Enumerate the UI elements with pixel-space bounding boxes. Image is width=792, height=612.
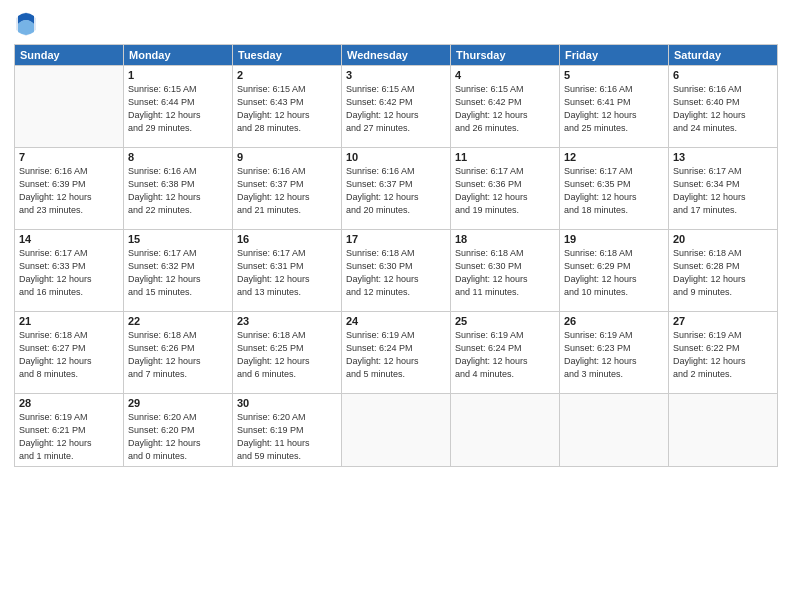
- calendar-cell: 28Sunrise: 6:19 AM Sunset: 6:21 PM Dayli…: [15, 394, 124, 467]
- calendar-table: SundayMondayTuesdayWednesdayThursdayFrid…: [14, 44, 778, 467]
- day-info: Sunrise: 6:15 AM Sunset: 6:43 PM Dayligh…: [237, 83, 337, 135]
- day-info: Sunrise: 6:19 AM Sunset: 6:24 PM Dayligh…: [346, 329, 446, 381]
- day-info: Sunrise: 6:17 AM Sunset: 6:35 PM Dayligh…: [564, 165, 664, 217]
- calendar-cell: 4Sunrise: 6:15 AM Sunset: 6:42 PM Daylig…: [451, 66, 560, 148]
- day-info: Sunrise: 6:15 AM Sunset: 6:42 PM Dayligh…: [455, 83, 555, 135]
- calendar-week-5: 28Sunrise: 6:19 AM Sunset: 6:21 PM Dayli…: [15, 394, 778, 467]
- day-number: 21: [19, 315, 119, 327]
- calendar-cell: [669, 394, 778, 467]
- calendar-cell: 2Sunrise: 6:15 AM Sunset: 6:43 PM Daylig…: [233, 66, 342, 148]
- day-number: 19: [564, 233, 664, 245]
- calendar-cell: 1Sunrise: 6:15 AM Sunset: 6:44 PM Daylig…: [124, 66, 233, 148]
- day-number: 13: [673, 151, 773, 163]
- calendar-week-3: 14Sunrise: 6:17 AM Sunset: 6:33 PM Dayli…: [15, 230, 778, 312]
- day-number: 6: [673, 69, 773, 81]
- day-number: 30: [237, 397, 337, 409]
- logo: [14, 10, 42, 38]
- calendar-cell: 21Sunrise: 6:18 AM Sunset: 6:27 PM Dayli…: [15, 312, 124, 394]
- header: [14, 10, 778, 38]
- calendar-week-4: 21Sunrise: 6:18 AM Sunset: 6:27 PM Dayli…: [15, 312, 778, 394]
- day-number: 17: [346, 233, 446, 245]
- day-number: 27: [673, 315, 773, 327]
- day-info: Sunrise: 6:15 AM Sunset: 6:42 PM Dayligh…: [346, 83, 446, 135]
- weekday-header-friday: Friday: [560, 45, 669, 66]
- calendar-cell: 12Sunrise: 6:17 AM Sunset: 6:35 PM Dayli…: [560, 148, 669, 230]
- day-info: Sunrise: 6:20 AM Sunset: 6:19 PM Dayligh…: [237, 411, 337, 463]
- day-number: 20: [673, 233, 773, 245]
- calendar-cell: 6Sunrise: 6:16 AM Sunset: 6:40 PM Daylig…: [669, 66, 778, 148]
- weekday-header-tuesday: Tuesday: [233, 45, 342, 66]
- day-number: 1: [128, 69, 228, 81]
- calendar-cell: 9Sunrise: 6:16 AM Sunset: 6:37 PM Daylig…: [233, 148, 342, 230]
- page: SundayMondayTuesdayWednesdayThursdayFrid…: [0, 0, 792, 612]
- weekday-header-wednesday: Wednesday: [342, 45, 451, 66]
- calendar-cell: 25Sunrise: 6:19 AM Sunset: 6:24 PM Dayli…: [451, 312, 560, 394]
- day-number: 8: [128, 151, 228, 163]
- day-info: Sunrise: 6:19 AM Sunset: 6:22 PM Dayligh…: [673, 329, 773, 381]
- day-number: 12: [564, 151, 664, 163]
- day-info: Sunrise: 6:16 AM Sunset: 6:39 PM Dayligh…: [19, 165, 119, 217]
- calendar-cell: 24Sunrise: 6:19 AM Sunset: 6:24 PM Dayli…: [342, 312, 451, 394]
- day-number: 18: [455, 233, 555, 245]
- calendar-cell: 17Sunrise: 6:18 AM Sunset: 6:30 PM Dayli…: [342, 230, 451, 312]
- calendar-cell: 16Sunrise: 6:17 AM Sunset: 6:31 PM Dayli…: [233, 230, 342, 312]
- day-info: Sunrise: 6:19 AM Sunset: 6:23 PM Dayligh…: [564, 329, 664, 381]
- calendar-cell: [560, 394, 669, 467]
- calendar-cell: 13Sunrise: 6:17 AM Sunset: 6:34 PM Dayli…: [669, 148, 778, 230]
- day-number: 2: [237, 69, 337, 81]
- calendar-cell: 29Sunrise: 6:20 AM Sunset: 6:20 PM Dayli…: [124, 394, 233, 467]
- calendar-cell: 22Sunrise: 6:18 AM Sunset: 6:26 PM Dayli…: [124, 312, 233, 394]
- calendar-header-row: SundayMondayTuesdayWednesdayThursdayFrid…: [15, 45, 778, 66]
- day-number: 25: [455, 315, 555, 327]
- day-info: Sunrise: 6:18 AM Sunset: 6:28 PM Dayligh…: [673, 247, 773, 299]
- calendar-cell: 10Sunrise: 6:16 AM Sunset: 6:37 PM Dayli…: [342, 148, 451, 230]
- weekday-header-saturday: Saturday: [669, 45, 778, 66]
- calendar-cell: 15Sunrise: 6:17 AM Sunset: 6:32 PM Dayli…: [124, 230, 233, 312]
- calendar-cell: 5Sunrise: 6:16 AM Sunset: 6:41 PM Daylig…: [560, 66, 669, 148]
- day-info: Sunrise: 6:18 AM Sunset: 6:30 PM Dayligh…: [346, 247, 446, 299]
- calendar-cell: [451, 394, 560, 467]
- day-info: Sunrise: 6:18 AM Sunset: 6:30 PM Dayligh…: [455, 247, 555, 299]
- day-info: Sunrise: 6:18 AM Sunset: 6:25 PM Dayligh…: [237, 329, 337, 381]
- day-info: Sunrise: 6:18 AM Sunset: 6:27 PM Dayligh…: [19, 329, 119, 381]
- calendar-cell: 23Sunrise: 6:18 AM Sunset: 6:25 PM Dayli…: [233, 312, 342, 394]
- calendar-cell: 30Sunrise: 6:20 AM Sunset: 6:19 PM Dayli…: [233, 394, 342, 467]
- day-number: 29: [128, 397, 228, 409]
- weekday-header-thursday: Thursday: [451, 45, 560, 66]
- weekday-header-sunday: Sunday: [15, 45, 124, 66]
- day-number: 3: [346, 69, 446, 81]
- day-number: 16: [237, 233, 337, 245]
- calendar-week-2: 7Sunrise: 6:16 AM Sunset: 6:39 PM Daylig…: [15, 148, 778, 230]
- day-number: 10: [346, 151, 446, 163]
- calendar-cell: 8Sunrise: 6:16 AM Sunset: 6:38 PM Daylig…: [124, 148, 233, 230]
- day-number: 14: [19, 233, 119, 245]
- day-info: Sunrise: 6:17 AM Sunset: 6:33 PM Dayligh…: [19, 247, 119, 299]
- day-number: 15: [128, 233, 228, 245]
- day-info: Sunrise: 6:16 AM Sunset: 6:37 PM Dayligh…: [346, 165, 446, 217]
- calendar-week-1: 1Sunrise: 6:15 AM Sunset: 6:44 PM Daylig…: [15, 66, 778, 148]
- day-number: 5: [564, 69, 664, 81]
- day-info: Sunrise: 6:17 AM Sunset: 6:31 PM Dayligh…: [237, 247, 337, 299]
- day-info: Sunrise: 6:17 AM Sunset: 6:36 PM Dayligh…: [455, 165, 555, 217]
- calendar-cell: 7Sunrise: 6:16 AM Sunset: 6:39 PM Daylig…: [15, 148, 124, 230]
- calendar-cell: 11Sunrise: 6:17 AM Sunset: 6:36 PM Dayli…: [451, 148, 560, 230]
- day-info: Sunrise: 6:19 AM Sunset: 6:21 PM Dayligh…: [19, 411, 119, 463]
- calendar-cell: 14Sunrise: 6:17 AM Sunset: 6:33 PM Dayli…: [15, 230, 124, 312]
- day-number: 22: [128, 315, 228, 327]
- day-info: Sunrise: 6:18 AM Sunset: 6:26 PM Dayligh…: [128, 329, 228, 381]
- logo-icon: [14, 10, 38, 38]
- calendar-cell: 3Sunrise: 6:15 AM Sunset: 6:42 PM Daylig…: [342, 66, 451, 148]
- calendar-cell: [342, 394, 451, 467]
- day-number: 28: [19, 397, 119, 409]
- calendar-cell: 19Sunrise: 6:18 AM Sunset: 6:29 PM Dayli…: [560, 230, 669, 312]
- day-info: Sunrise: 6:19 AM Sunset: 6:24 PM Dayligh…: [455, 329, 555, 381]
- calendar-cell: 18Sunrise: 6:18 AM Sunset: 6:30 PM Dayli…: [451, 230, 560, 312]
- weekday-header-monday: Monday: [124, 45, 233, 66]
- day-number: 9: [237, 151, 337, 163]
- calendar-cell: 26Sunrise: 6:19 AM Sunset: 6:23 PM Dayli…: [560, 312, 669, 394]
- calendar-cell: 27Sunrise: 6:19 AM Sunset: 6:22 PM Dayli…: [669, 312, 778, 394]
- day-info: Sunrise: 6:16 AM Sunset: 6:37 PM Dayligh…: [237, 165, 337, 217]
- day-info: Sunrise: 6:17 AM Sunset: 6:32 PM Dayligh…: [128, 247, 228, 299]
- day-info: Sunrise: 6:16 AM Sunset: 6:40 PM Dayligh…: [673, 83, 773, 135]
- calendar-cell: 20Sunrise: 6:18 AM Sunset: 6:28 PM Dayli…: [669, 230, 778, 312]
